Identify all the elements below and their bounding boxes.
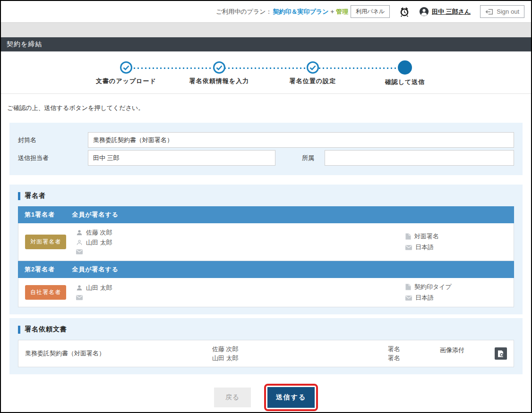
- language-label: 日本語: [415, 294, 434, 302]
- signer-name-line: 佐藤 次郎: [76, 228, 405, 237]
- sign-out-icon: [485, 8, 493, 15]
- signer-names: 山田 太郎: [76, 283, 405, 302]
- app-window: ご利用中のプラン： 契約印＆実印プラン + 管理 利用パネル: [0, 0, 532, 413]
- step-upload: 文書のアップロード: [74, 61, 178, 85]
- step-confirm-send: 確認して送信: [353, 61, 457, 86]
- signer-group-1-header: 第1署名者 全員が署名する: [18, 206, 514, 223]
- signer-info: 対面署名 日本語: [405, 228, 507, 256]
- signer-group-2-row: 自社署名者 山田 太郎: [18, 278, 514, 307]
- step-done-icon: [120, 61, 132, 74]
- document-preview: [495, 345, 507, 362]
- sign-type-line: 対面署名: [405, 232, 507, 241]
- signer-mode-label: 全員が署名する: [72, 265, 119, 274]
- sub-header-strip: [1, 22, 531, 37]
- signer-name: 山田 太郎: [86, 238, 112, 247]
- documents-section-title: 署名依頼文書: [18, 325, 514, 334]
- signer-order-label: 第1署名者: [25, 211, 55, 219]
- topbar-controls: 利用パネル 田中: [351, 5, 524, 18]
- signer-badge-col: 自社署名者: [25, 283, 76, 302]
- document-preview-button[interactable]: [495, 347, 507, 360]
- user-name-link[interactable]: 田中 三郎さん: [432, 8, 471, 16]
- signer-badge-col: 対面署名者: [25, 228, 76, 256]
- envelope-icon: [76, 249, 83, 254]
- envelope-icon: [405, 245, 412, 250]
- person-outline-icon: [76, 239, 83, 246]
- signer-info: 契約印タイプ 日本語: [405, 283, 507, 302]
- signer-names: 佐藤 次郎 山田 太郎: [76, 228, 405, 256]
- section-title-bar: [18, 192, 20, 200]
- language-label: 日本語: [415, 243, 434, 252]
- person-icon: [76, 229, 83, 236]
- signers-section-label: 署名者: [25, 192, 46, 200]
- plan-admin: 管理: [336, 8, 348, 16]
- envelope-icon: [76, 295, 83, 300]
- signer-name-line: 山田 太郎: [76, 284, 405, 292]
- signer-mode-label: 全員が署名する: [72, 211, 119, 219]
- document-search-icon: [498, 350, 504, 357]
- send-button-highlight: 送信する: [264, 384, 318, 411]
- envelope-name-label: 封筒名: [18, 136, 88, 144]
- page-title: 契約を締結: [7, 40, 42, 49]
- sign-out-label: Sign out: [497, 8, 519, 15]
- signer-group-2-header: 第2署名者 全員が署名する: [18, 261, 514, 278]
- department-label: 所属: [302, 154, 325, 162]
- step-done-icon: [307, 61, 319, 74]
- signers-section-title: 署名者: [18, 192, 514, 200]
- envelope-name-input[interactable]: [88, 132, 514, 148]
- alarm-clock-icon[interactable]: [399, 7, 410, 17]
- sign-type-label: 対面署名: [414, 232, 439, 241]
- signers-panel: 署名者 第1署名者 全員が署名する 対面署名者 佐藤 次郎: [9, 185, 523, 314]
- envelope-form-panel: 封筒名 送信担当者 所属: [9, 123, 523, 175]
- documents-panel: 署名依頼文書 業務委託契約書（対面署名） 佐藤 次郎 山田 太郎 署名 署名 画…: [9, 318, 523, 374]
- document-sign-labels: 署名 署名: [388, 345, 440, 362]
- document-name: 業務委託契約書（対面署名）: [25, 345, 212, 362]
- document-icon: [405, 233, 411, 240]
- signer-order-label: 第2署名者: [25, 265, 55, 274]
- sign-type-label: 契約印タイプ: [414, 283, 452, 291]
- plan-name: 契約印＆実印プラン: [273, 8, 329, 16]
- document-icon: [405, 284, 411, 290]
- step-request-info: 署名依頼情報を入力: [167, 61, 271, 85]
- language-line: 日本語: [405, 243, 507, 252]
- attachment-label: 画像添付: [440, 345, 487, 362]
- sender-row: 送信担当者 所属: [18, 150, 514, 166]
- own-company-signer-badge: 自社署名者: [25, 285, 66, 300]
- step-label: 署名位置の設定: [261, 77, 365, 85]
- documents-section-label: 署名依頼文書: [25, 325, 67, 334]
- signer-name: 佐藤 次郎: [86, 228, 112, 237]
- usage-panel-button[interactable]: 利用パネル: [351, 5, 390, 18]
- sign-out-button[interactable]: Sign out: [480, 5, 524, 18]
- signer-name-line: 山田 太郎: [76, 238, 405, 247]
- progress-stepper: 文書のアップロード 署名依頼情報を入力 署名位置の設定 確認して送信: [1, 51, 531, 94]
- section-title-bar: [18, 326, 20, 334]
- user-avatar-icon: [419, 7, 429, 17]
- step-label: 文書のアップロード: [74, 77, 178, 85]
- document-row: 業務委託契約書（対面署名） 佐藤 次郎 山田 太郎 署名 署名 画像添付: [18, 340, 514, 367]
- step-label: 確認して送信: [353, 78, 457, 86]
- instruction-text: ご確認の上、送信するボタンを押してください。: [1, 94, 531, 112]
- envelope-name-row: 封筒名: [18, 132, 514, 148]
- step-label: 署名依頼情報を入力: [167, 77, 271, 85]
- department-input[interactable]: [325, 150, 514, 166]
- document-signer: 山田 太郎: [212, 354, 388, 362]
- language-line: 日本語: [405, 294, 507, 302]
- topbar: ご利用中のプラン： 契約印＆実印プラン + 管理 利用パネル: [1, 1, 531, 22]
- signer-email-line: [76, 294, 405, 301]
- step-sign-position: 署名位置の設定: [261, 61, 365, 85]
- footer-actions: 戻る 送信する: [1, 374, 531, 411]
- step-done-icon: [213, 61, 225, 74]
- envelope-icon: [405, 295, 412, 301]
- sign-label: 署名: [388, 354, 440, 362]
- send-button[interactable]: 送信する: [267, 387, 315, 408]
- face-to-face-signer-badge: 対面署名者: [25, 235, 66, 249]
- user-menu[interactable]: 田中 三郎さん: [419, 7, 471, 17]
- back-button[interactable]: 戻る: [214, 388, 251, 407]
- sign-type-line: 契約印タイプ: [405, 283, 507, 291]
- document-signer: 佐藤 次郎: [212, 345, 388, 354]
- document-signers: 佐藤 次郎 山田 太郎: [212, 345, 388, 362]
- sender-label: 送信担当者: [18, 154, 88, 162]
- sender-input[interactable]: [88, 150, 275, 166]
- step-current-icon: [398, 60, 412, 75]
- signer-group-1-row: 対面署名者 佐藤 次郎 山田 太郎: [18, 223, 514, 261]
- plan-plus: +: [330, 8, 334, 15]
